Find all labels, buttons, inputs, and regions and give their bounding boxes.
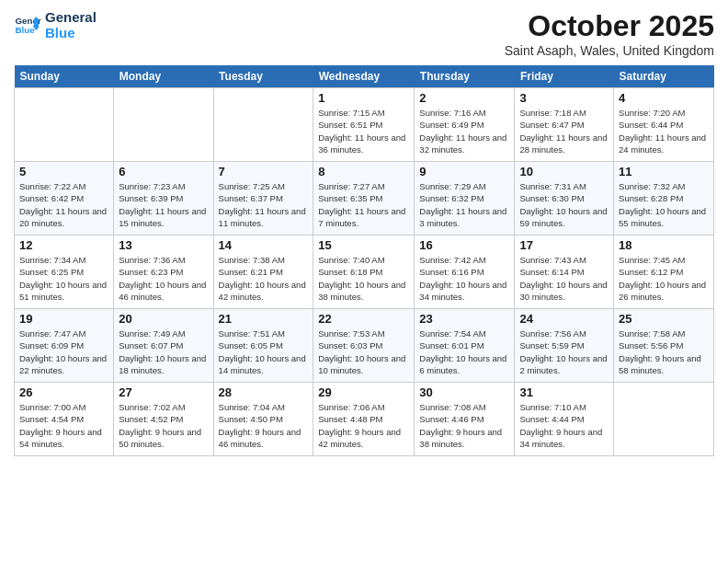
calendar-cell: 5Sunrise: 7:22 AM Sunset: 6:42 PM Daylig… xyxy=(15,162,114,236)
calendar-table: SundayMondayTuesdayWednesdayThursdayFrid… xyxy=(14,65,714,456)
day-number: 11 xyxy=(619,165,709,178)
day-number: 20 xyxy=(119,312,208,326)
weekday-header-tuesday: Tuesday xyxy=(213,65,313,88)
logo-icon: General Blue xyxy=(14,11,41,39)
calendar-cell: 14Sunrise: 7:38 AM Sunset: 6:21 PM Dayli… xyxy=(213,236,313,309)
day-number: 18 xyxy=(619,238,709,252)
day-number: 30 xyxy=(419,385,509,399)
calendar-cell: 27Sunrise: 7:02 AM Sunset: 4:52 PM Dayli… xyxy=(114,383,213,456)
day-number: 13 xyxy=(119,238,208,252)
day-detail: Sunrise: 7:36 AM Sunset: 6:23 PM Dayligh… xyxy=(119,254,208,303)
calendar-cell: 29Sunrise: 7:06 AM Sunset: 4:48 PM Dayli… xyxy=(313,383,415,456)
calendar-cell: 12Sunrise: 7:34 AM Sunset: 6:25 PM Dayli… xyxy=(15,236,114,309)
month-title: October 2025 xyxy=(505,9,714,43)
day-number: 7 xyxy=(219,165,309,178)
day-detail: Sunrise: 7:04 AM Sunset: 4:50 PM Dayligh… xyxy=(219,401,309,450)
day-detail: Sunrise: 7:34 AM Sunset: 6:25 PM Dayligh… xyxy=(19,254,108,303)
logo: General Blue General Blue xyxy=(14,9,97,40)
calendar-cell: 21Sunrise: 7:51 AM Sunset: 6:05 PM Dayli… xyxy=(213,309,313,383)
title-section: October 2025 Saint Asaph, Wales, United … xyxy=(505,9,714,58)
day-number: 6 xyxy=(119,165,208,178)
day-detail: Sunrise: 7:31 AM Sunset: 6:30 PM Dayligh… xyxy=(519,180,609,229)
calendar-cell: 7Sunrise: 7:25 AM Sunset: 6:37 PM Daylig… xyxy=(213,162,313,236)
calendar-cell: 31Sunrise: 7:10 AM Sunset: 4:44 PM Dayli… xyxy=(515,383,614,456)
day-number: 14 xyxy=(219,238,309,252)
day-number: 17 xyxy=(519,238,609,252)
day-detail: Sunrise: 7:45 AM Sunset: 6:12 PM Dayligh… xyxy=(619,254,709,303)
calendar-cell xyxy=(614,383,714,456)
day-number: 4 xyxy=(619,91,709,105)
calendar-cell: 8Sunrise: 7:27 AM Sunset: 6:35 PM Daylig… xyxy=(313,162,415,236)
day-number: 10 xyxy=(519,165,609,178)
day-detail: Sunrise: 7:10 AM Sunset: 4:44 PM Dayligh… xyxy=(519,401,609,450)
day-number: 16 xyxy=(419,238,509,252)
day-number: 12 xyxy=(19,238,108,252)
day-number: 8 xyxy=(318,165,409,178)
calendar-cell: 22Sunrise: 7:53 AM Sunset: 6:03 PM Dayli… xyxy=(313,309,415,383)
calendar-cell: 3Sunrise: 7:18 AM Sunset: 6:47 PM Daylig… xyxy=(515,88,614,162)
calendar-cell: 17Sunrise: 7:43 AM Sunset: 6:14 PM Dayli… xyxy=(515,236,614,309)
calendar-cell: 19Sunrise: 7:47 AM Sunset: 6:09 PM Dayli… xyxy=(15,309,114,383)
calendar-cell: 18Sunrise: 7:45 AM Sunset: 6:12 PM Dayli… xyxy=(614,236,714,309)
day-number: 5 xyxy=(19,165,108,178)
day-number: 22 xyxy=(318,312,409,326)
day-detail: Sunrise: 7:08 AM Sunset: 4:46 PM Dayligh… xyxy=(419,401,509,450)
calendar-cell: 25Sunrise: 7:58 AM Sunset: 5:56 PM Dayli… xyxy=(614,309,714,383)
day-number: 23 xyxy=(419,312,509,326)
day-number: 26 xyxy=(19,385,108,399)
day-number: 15 xyxy=(318,238,409,252)
logo-text-blue: Blue xyxy=(45,25,97,40)
day-number: 29 xyxy=(318,385,409,399)
day-detail: Sunrise: 7:49 AM Sunset: 6:07 PM Dayligh… xyxy=(119,327,208,376)
day-detail: Sunrise: 7:23 AM Sunset: 6:39 PM Dayligh… xyxy=(119,180,208,229)
weekday-header-saturday: Saturday xyxy=(614,65,714,88)
calendar-header-row: SundayMondayTuesdayWednesdayThursdayFrid… xyxy=(15,65,714,88)
calendar-cell: 16Sunrise: 7:42 AM Sunset: 6:16 PM Dayli… xyxy=(415,236,515,309)
day-number: 27 xyxy=(119,385,208,399)
weekday-header-monday: Monday xyxy=(114,65,213,88)
weekday-header-wednesday: Wednesday xyxy=(313,65,415,88)
day-number: 9 xyxy=(419,165,509,178)
day-number: 24 xyxy=(519,312,609,326)
day-detail: Sunrise: 7:29 AM Sunset: 6:32 PM Dayligh… xyxy=(419,180,509,229)
calendar-cell: 26Sunrise: 7:00 AM Sunset: 4:54 PM Dayli… xyxy=(15,383,114,456)
calendar-week-2: 12Sunrise: 7:34 AM Sunset: 6:25 PM Dayli… xyxy=(15,236,714,309)
day-detail: Sunrise: 7:51 AM Sunset: 6:05 PM Dayligh… xyxy=(219,327,309,376)
svg-text:Blue: Blue xyxy=(16,25,36,35)
day-detail: Sunrise: 7:38 AM Sunset: 6:21 PM Dayligh… xyxy=(219,254,309,303)
weekday-header-sunday: Sunday xyxy=(15,65,114,88)
calendar-cell xyxy=(114,88,213,162)
calendar-week-0: 1Sunrise: 7:15 AM Sunset: 6:51 PM Daylig… xyxy=(15,88,714,162)
calendar-cell: 20Sunrise: 7:49 AM Sunset: 6:07 PM Dayli… xyxy=(114,309,213,383)
day-detail: Sunrise: 7:43 AM Sunset: 6:14 PM Dayligh… xyxy=(519,254,609,303)
weekday-header-thursday: Thursday xyxy=(415,65,515,88)
day-detail: Sunrise: 7:20 AM Sunset: 6:44 PM Dayligh… xyxy=(619,107,709,155)
calendar-cell: 15Sunrise: 7:40 AM Sunset: 6:18 PM Dayli… xyxy=(313,236,415,309)
day-number: 2 xyxy=(419,91,509,105)
calendar-week-4: 26Sunrise: 7:00 AM Sunset: 4:54 PM Dayli… xyxy=(15,383,714,456)
calendar-cell: 1Sunrise: 7:15 AM Sunset: 6:51 PM Daylig… xyxy=(313,88,415,162)
calendar-cell: 28Sunrise: 7:04 AM Sunset: 4:50 PM Dayli… xyxy=(213,383,313,456)
calendar-cell: 2Sunrise: 7:16 AM Sunset: 6:49 PM Daylig… xyxy=(415,88,515,162)
day-number: 19 xyxy=(19,312,108,326)
weekday-header-friday: Friday xyxy=(515,65,614,88)
calendar-cell: 10Sunrise: 7:31 AM Sunset: 6:30 PM Dayli… xyxy=(515,162,614,236)
location: Saint Asaph, Wales, United Kingdom xyxy=(505,43,714,58)
calendar-cell: 23Sunrise: 7:54 AM Sunset: 6:01 PM Dayli… xyxy=(415,309,515,383)
day-detail: Sunrise: 7:53 AM Sunset: 6:03 PM Dayligh… xyxy=(318,327,409,376)
calendar-cell: 13Sunrise: 7:36 AM Sunset: 6:23 PM Dayli… xyxy=(114,236,213,309)
day-detail: Sunrise: 7:25 AM Sunset: 6:37 PM Dayligh… xyxy=(219,180,309,229)
day-detail: Sunrise: 7:02 AM Sunset: 4:52 PM Dayligh… xyxy=(119,401,208,450)
calendar-week-3: 19Sunrise: 7:47 AM Sunset: 6:09 PM Dayli… xyxy=(15,309,714,383)
day-detail: Sunrise: 7:56 AM Sunset: 5:59 PM Dayligh… xyxy=(519,327,609,376)
logo-text-general: General xyxy=(45,9,97,25)
day-detail: Sunrise: 7:15 AM Sunset: 6:51 PM Dayligh… xyxy=(318,107,409,155)
calendar-cell xyxy=(213,88,313,162)
day-number: 31 xyxy=(519,385,609,399)
day-number: 21 xyxy=(219,312,309,326)
day-detail: Sunrise: 7:27 AM Sunset: 6:35 PM Dayligh… xyxy=(318,180,409,229)
calendar-cell: 9Sunrise: 7:29 AM Sunset: 6:32 PM Daylig… xyxy=(415,162,515,236)
day-detail: Sunrise: 7:06 AM Sunset: 4:48 PM Dayligh… xyxy=(318,401,409,450)
calendar-cell: 11Sunrise: 7:32 AM Sunset: 6:28 PM Dayli… xyxy=(614,162,714,236)
day-number: 28 xyxy=(219,385,309,399)
